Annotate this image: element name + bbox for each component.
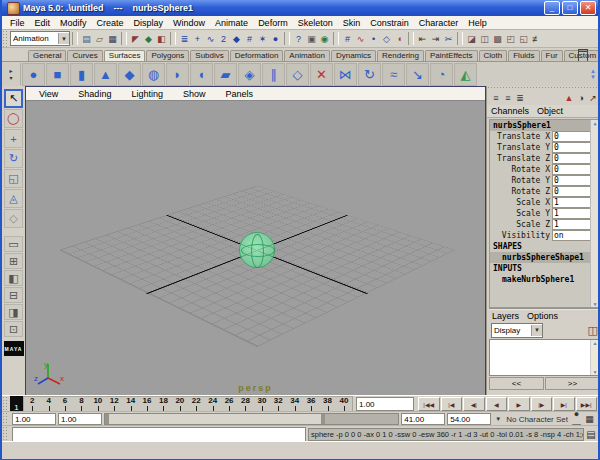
status-divider[interactable] bbox=[72, 32, 78, 45]
mask-deformations-icon[interactable]: # bbox=[243, 32, 256, 46]
channel-value-field[interactable]: 0 bbox=[552, 153, 591, 164]
menu-item[interactable]: Help bbox=[463, 18, 492, 28]
input-connections-icon[interactable]: ⇤ bbox=[416, 32, 429, 46]
shelf-tab[interactable]: Surfaces bbox=[104, 50, 146, 61]
channel-value-field[interactable]: on bbox=[552, 230, 591, 241]
select-tool[interactable]: ↖ bbox=[4, 89, 23, 108]
ipr-render-icon[interactable]: ◫ bbox=[478, 32, 491, 46]
maximize-button[interactable]: □ bbox=[562, 1, 578, 15]
menu-item[interactable]: Deform bbox=[253, 18, 293, 28]
render-slate-icon[interactable]: ◰ bbox=[504, 32, 517, 46]
shelf-tab[interactable]: Deformation bbox=[230, 50, 284, 61]
layers-scrollbar[interactable]: ▲▼ bbox=[590, 340, 599, 375]
channel-value-field[interactable]: 0 bbox=[552, 175, 591, 186]
timeline-tick[interactable]: 34 bbox=[287, 397, 303, 411]
menu-set-dropdown[interactable]: Animation ▼ bbox=[10, 31, 70, 46]
playback-end-field[interactable] bbox=[401, 413, 445, 425]
menu-item[interactable]: Modify bbox=[55, 18, 92, 28]
menu-item[interactable]: Character bbox=[414, 18, 464, 28]
hypershade-layout-button[interactable]: ⊡ bbox=[4, 321, 23, 337]
save-scene-icon[interactable]: ▦ bbox=[106, 32, 119, 46]
menu-item[interactable]: File bbox=[5, 18, 30, 28]
shelf-tab[interactable]: Fluids bbox=[508, 50, 539, 61]
manip-rgb-icon[interactable]: ▲ bbox=[563, 91, 575, 104]
mask-handles-icon[interactable]: 2 bbox=[217, 32, 230, 46]
mask-surfaces-icon[interactable]: ◆ bbox=[230, 32, 243, 46]
timeline-tick[interactable]: 28 bbox=[237, 397, 253, 411]
project-curve-icon[interactable]: ↘ bbox=[406, 63, 429, 86]
scale-tool[interactable]: ◱ bbox=[4, 169, 23, 188]
status-divider[interactable] bbox=[333, 32, 339, 45]
channel-box-menu-item[interactable]: Channels bbox=[491, 106, 529, 116]
range-bar-handle[interactable] bbox=[105, 414, 325, 424]
nurbs-plane-icon[interactable]: ◆ bbox=[118, 63, 141, 86]
input-node-name[interactable]: makeNurbSphere1 bbox=[490, 274, 599, 285]
boundary-icon[interactable]: ◇ bbox=[286, 63, 309, 86]
extrude-icon[interactable]: ◈ bbox=[238, 63, 261, 86]
object-name[interactable]: nurbsSphere1 bbox=[490, 120, 599, 131]
sculpt-surfaces-icon[interactable]: ◭ bbox=[454, 63, 477, 86]
playback-start-field[interactable] bbox=[58, 413, 102, 425]
timeline-ruler[interactable]: 2 4 6 8 10 bbox=[23, 396, 353, 412]
quick-help-icon[interactable]: ? bbox=[292, 32, 305, 46]
play-forwards-button[interactable]: ▶ bbox=[508, 397, 530, 411]
channel-value-field[interactable]: 1 bbox=[552, 208, 591, 219]
select-by-object-icon[interactable]: ◆ bbox=[142, 32, 155, 46]
shelf-tab[interactable]: Subdivs bbox=[190, 50, 228, 61]
shelf-tab[interactable]: Fur bbox=[541, 50, 563, 61]
birail-icon[interactable]: ∥ bbox=[262, 63, 285, 86]
animation-start-field[interactable] bbox=[12, 413, 56, 425]
layers-menu-item[interactable]: Layers bbox=[492, 311, 519, 321]
channel-display-icon-2[interactable]: ≡ bbox=[502, 91, 514, 104]
timeline-tick[interactable]: 38 bbox=[319, 397, 335, 411]
render-globals-icon[interactable]: ▩ bbox=[491, 32, 504, 46]
shelf-tab[interactable]: General bbox=[28, 50, 66, 61]
loft-icon[interactable]: ◖ bbox=[190, 63, 213, 86]
planar-icon[interactable]: ▰ bbox=[214, 63, 237, 86]
range-bar[interactable] bbox=[104, 413, 399, 425]
render-flipbook-icon[interactable]: ◱ bbox=[517, 32, 530, 46]
status-divider[interactable] bbox=[457, 32, 463, 45]
highlight-selection-icon[interactable]: ◉ bbox=[318, 32, 331, 46]
layers-back-button[interactable]: << bbox=[489, 377, 544, 390]
timeline-tick[interactable]: 24 bbox=[204, 397, 220, 411]
menu-item[interactable]: Window bbox=[168, 18, 210, 28]
layers-menu-item[interactable]: Options bbox=[527, 311, 558, 321]
two-pane-layout-button[interactable]: ⊟ bbox=[4, 287, 23, 303]
channel-display-icon-1[interactable]: ≡ bbox=[490, 91, 502, 104]
timeline-tick[interactable]: 10 bbox=[90, 397, 106, 411]
collapse-bar-icon[interactable]: ≢ bbox=[530, 32, 543, 46]
speed-arrow-icon[interactable]: ↗ bbox=[587, 91, 599, 104]
character-set-dropdown[interactable]: ▼ No Character Set bbox=[493, 414, 568, 425]
script-editor-icon[interactable]: ▤ bbox=[584, 429, 598, 440]
menu-item[interactable]: Skeleton bbox=[293, 18, 338, 28]
lasso-select-tool[interactable]: ◯ bbox=[4, 109, 23, 128]
title-bar[interactable]: Maya 5.0: .\untitled --- nurbsSphere1 _ … bbox=[2, 0, 598, 16]
make-live-icon[interactable]: ◖ bbox=[393, 32, 406, 46]
channel-value-field[interactable]: 1 bbox=[552, 219, 591, 230]
play-backwards-button[interactable]: ◀ bbox=[486, 397, 508, 411]
current-time-field[interactable] bbox=[356, 397, 414, 411]
menu-item[interactable]: Edit bbox=[30, 18, 56, 28]
timeline-tick[interactable]: 40 bbox=[336, 397, 352, 411]
timeline-tick[interactable]: 20 bbox=[172, 397, 188, 411]
shape-name[interactable]: nurbsSphereShape1 bbox=[490, 252, 599, 263]
channel-display-icon-3[interactable]: ≣ bbox=[514, 91, 526, 104]
shelf-tab[interactable]: Curves bbox=[67, 50, 102, 61]
output-connections-icon[interactable]: ⇥ bbox=[429, 32, 442, 46]
mask-curves-icon[interactable]: ∿ bbox=[204, 32, 217, 46]
timeline-tick[interactable]: 30 bbox=[254, 397, 270, 411]
persp-graph-layout-button[interactable]: ◨ bbox=[4, 304, 23, 320]
shelf-tab[interactable]: PaintEffects bbox=[425, 50, 478, 61]
shelf-tab[interactable]: Rendering bbox=[377, 50, 424, 61]
status-divider[interactable] bbox=[121, 32, 127, 45]
timeline-tick[interactable]: 6 bbox=[57, 397, 73, 411]
timeline-tick[interactable]: 12 bbox=[106, 397, 122, 411]
channel-value-field[interactable]: 0 bbox=[552, 131, 591, 142]
layers-display-dropdown[interactable]: Display ▼ bbox=[491, 323, 543, 338]
single-pane-layout-button[interactable]: ▭ bbox=[4, 236, 23, 252]
select-by-component-icon[interactable]: ◧ bbox=[155, 32, 168, 46]
range-slider-grip[interactable] bbox=[2, 412, 8, 426]
shelf-tab[interactable]: Polygons bbox=[146, 50, 189, 61]
panel-menu-item[interactable]: Shading bbox=[68, 89, 121, 99]
